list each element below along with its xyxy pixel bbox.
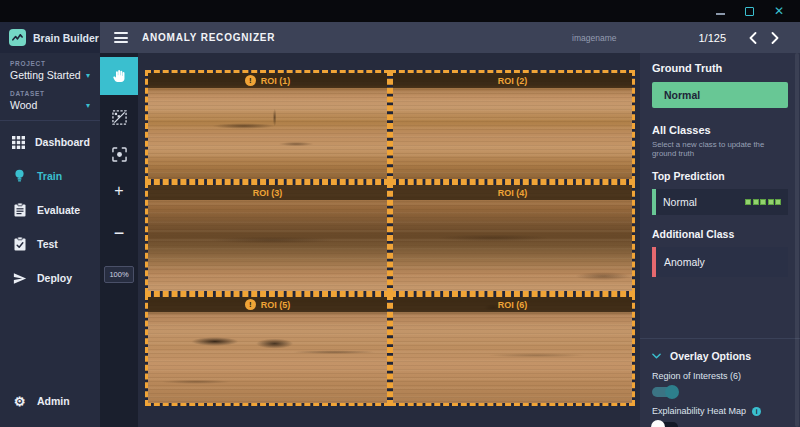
sidebar-item-train[interactable]: Train [0, 159, 100, 193]
sidebar-item-label: Admin [37, 395, 70, 407]
minimize-icon[interactable] [716, 13, 725, 15]
wood-texture [148, 297, 387, 403]
roi-label-band: ROI (4) [393, 185, 632, 200]
chevron-down-icon [652, 353, 661, 359]
zoom-in-button[interactable]: + [114, 182, 123, 200]
dataset-label: DATASET [10, 90, 90, 97]
brand-area: Brain Builder [0, 22, 100, 53]
overlay-options-header[interactable]: Overlay Options [652, 350, 788, 362]
roi-label-band: ROI (6) [393, 297, 632, 312]
confidence-square [745, 199, 751, 205]
roi-region-3[interactable]: ROI (3) [145, 182, 390, 294]
confidence-square [753, 199, 759, 205]
roi-label: ROI (5) [261, 300, 291, 310]
clipboard-icon [12, 203, 27, 218]
hand-tool-button[interactable] [100, 57, 138, 95]
heatmap-toggle[interactable] [652, 422, 678, 427]
project-label: PROJECT [10, 60, 90, 67]
dashboard-icon [12, 135, 25, 150]
brand-name: Brain Builder [33, 32, 99, 44]
wood-texture [393, 73, 632, 179]
image-name-label: imagename [572, 33, 616, 43]
roi-label-band: !ROI (5) [148, 297, 387, 312]
sidebar-item-dashboard[interactable]: Dashboard [0, 125, 100, 159]
dataset-value: Wood [10, 99, 37, 111]
fit-view-tool-button[interactable] [112, 147, 127, 162]
additional-class-heading: Additional Class [652, 228, 788, 240]
sidebar-item-label: Evaluate [37, 204, 80, 216]
roi-toggle[interactable] [652, 387, 678, 397]
image-canvas[interactable]: !ROI (1)ROI (2)ROI (3)ROI (4)!ROI (5)ROI… [138, 53, 640, 427]
overlay-options-section: Overlay Options Region of Interests (6) … [640, 338, 800, 427]
confidence-indicator [745, 199, 781, 205]
roi-toggle-label: Region of Interests (6) [652, 371, 788, 381]
sidebar-item-label: Train [37, 170, 62, 182]
additional-class-anomaly[interactable]: Anomaly [652, 247, 788, 277]
roi-label: ROI (4) [498, 188, 528, 198]
roi-region-5[interactable]: !ROI (5) [145, 294, 390, 406]
divider [0, 120, 100, 121]
next-image-button[interactable] [764, 32, 786, 44]
confidence-square [760, 199, 766, 205]
warning-icon: ! [245, 299, 256, 310]
info-icon[interactable]: i [752, 407, 761, 416]
wood-texture [148, 185, 387, 291]
os-titlebar: ✕ [0, 0, 800, 22]
sidebar-item-admin[interactable]: ⚙ Admin [0, 384, 100, 418]
sidebar-item-label: Deploy [37, 272, 72, 284]
pagination-counter: 1/125 [698, 32, 726, 44]
roi-label-band: ROI (2) [393, 73, 632, 88]
prediction-class-normal[interactable]: Normal [652, 189, 788, 215]
roi-label-band: !ROI (1) [148, 73, 387, 88]
heatmap-toggle-label: Explainability Heat Map i [652, 406, 788, 416]
roi-label: ROI (3) [253, 188, 283, 198]
roi-label: ROI (1) [261, 76, 291, 86]
roi-grid-tool-button[interactable] [112, 110, 127, 125]
zoom-level-indicator: 100% [104, 266, 133, 283]
send-icon [12, 271, 27, 286]
wood-texture [148, 73, 387, 179]
anomaly-label: Anomaly [664, 256, 780, 268]
prev-image-button[interactable] [742, 32, 764, 44]
header-main: ANOMALY RECOGNIZER imagename 1/125 [100, 22, 800, 53]
chevron-down-icon: ▾ [86, 101, 90, 110]
project-value: Getting Started [10, 69, 81, 81]
wood-texture [393, 185, 632, 291]
right-panel: Ground Truth Normal All Classes Select a… [640, 53, 800, 427]
sidebar-item-label: Dashboard [35, 136, 90, 148]
roi-image-grid: !ROI (1)ROI (2)ROI (3)ROI (4)!ROI (5)ROI… [145, 70, 640, 406]
roi-label-band: ROI (3) [148, 185, 387, 200]
app-header: Brain Builder ANOMALY RECOGNIZER imagena… [0, 22, 800, 53]
sidebar-item-deploy[interactable]: Deploy [0, 261, 100, 295]
ground-truth-heading: Ground Truth [652, 62, 788, 74]
roi-label: ROI (2) [498, 76, 528, 86]
warning-icon: ! [245, 75, 256, 86]
roi-label: ROI (6) [498, 300, 528, 310]
roi-region-4[interactable]: ROI (4) [390, 182, 635, 294]
wood-texture [393, 297, 632, 403]
maximize-icon[interactable] [745, 7, 754, 16]
zoom-out-button[interactable]: − [114, 223, 125, 244]
confidence-square [775, 199, 781, 205]
close-icon[interactable]: ✕ [774, 6, 784, 16]
sidebar-item-label: Test [37, 238, 58, 250]
project-select[interactable]: Getting Started ▾ [10, 69, 90, 81]
prediction-label: Normal [663, 196, 745, 208]
ground-truth-value: Normal [652, 82, 788, 108]
roi-region-6[interactable]: ROI (6) [390, 294, 635, 406]
roi-region-2[interactable]: ROI (2) [390, 70, 635, 182]
lightbulb-icon [12, 169, 27, 184]
confidence-square [768, 199, 774, 205]
gear-icon: ⚙ [12, 394, 27, 409]
chevron-down-icon: ▾ [86, 71, 90, 80]
sidebar-item-evaluate[interactable]: Evaluate [0, 193, 100, 227]
sidebar-item-test[interactable]: Test [0, 227, 100, 261]
tool-strip: + − 100% [100, 53, 138, 427]
menu-hamburger-icon[interactable] [114, 32, 128, 43]
all-classes-subtext: Select a new class to update the ground … [652, 140, 788, 158]
roi-region-1[interactable]: !ROI (1) [145, 70, 390, 182]
panel-scrollbar[interactable] [795, 53, 799, 427]
brain-builder-logo-icon [9, 29, 26, 46]
all-classes-heading: All Classes [652, 124, 788, 136]
dataset-select[interactable]: Wood ▾ [10, 99, 90, 111]
